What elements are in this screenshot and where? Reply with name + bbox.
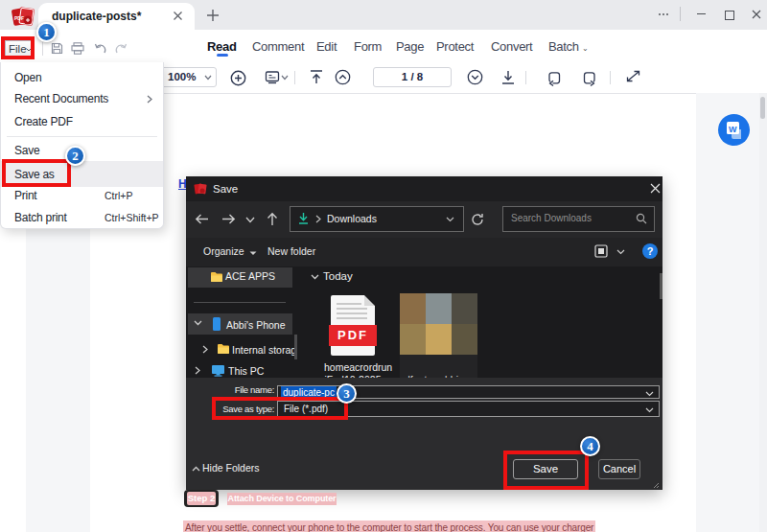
svg-text:PDF: PDF [14,15,24,21]
svg-text:W: W [729,125,737,134]
